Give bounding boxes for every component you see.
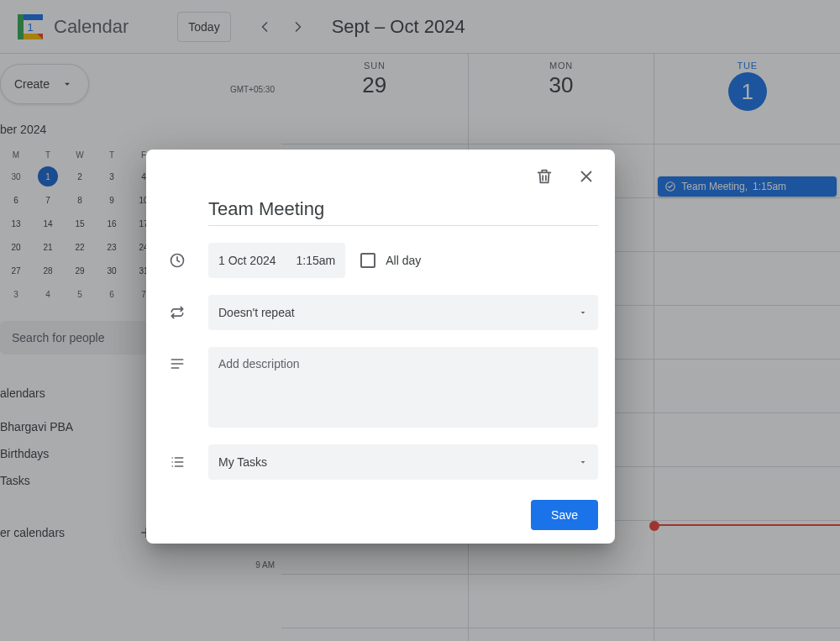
all-day-toggle[interactable]: All day — [360, 253, 421, 268]
time-picker[interactable]: 1:15am — [286, 243, 346, 278]
list-icon — [146, 454, 208, 470]
recurrence-select[interactable]: Doesn't repeat — [208, 295, 598, 330]
datetime-group: 1 Oct 2024 1:15am — [208, 243, 345, 278]
task-list-select[interactable]: My Tasks — [208, 444, 598, 480]
clock-icon — [146, 252, 208, 269]
save-button[interactable]: Save — [531, 500, 598, 530]
event-title-input[interactable] — [208, 197, 598, 226]
description-icon — [146, 347, 208, 372]
close-button[interactable] — [571, 161, 601, 192]
task-editor-modal: 1 Oct 2024 1:15am All day Doesn't repeat… — [146, 150, 615, 544]
date-picker[interactable]: 1 Oct 2024 — [208, 243, 286, 278]
repeat-icon — [146, 304, 208, 321]
svg-point-9 — [171, 461, 173, 463]
svg-point-8 — [171, 457, 173, 459]
description-input[interactable]: Add description — [208, 347, 598, 428]
delete-button[interactable] — [529, 161, 559, 192]
svg-point-10 — [171, 465, 173, 467]
caret-down-icon — [578, 307, 588, 318]
caret-down-icon — [578, 457, 588, 467]
all-day-checkbox[interactable] — [360, 253, 375, 268]
